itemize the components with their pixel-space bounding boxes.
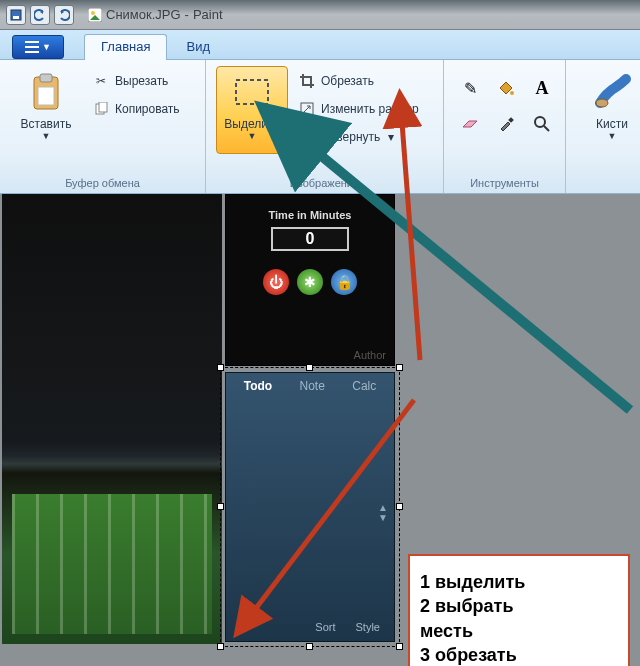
group-brushes: Кисти ▼ bbox=[566, 60, 636, 193]
zoom-tool[interactable] bbox=[526, 108, 558, 140]
svg-point-3 bbox=[91, 11, 95, 15]
undo-icon[interactable] bbox=[30, 5, 50, 25]
cut-button[interactable]: ✂ Вырезать bbox=[88, 68, 185, 94]
text-icon: A bbox=[536, 78, 549, 99]
selection-rect-icon bbox=[232, 71, 272, 115]
copy-button[interactable]: Копировать bbox=[88, 96, 185, 122]
svg-rect-12 bbox=[508, 117, 514, 123]
svg-rect-5 bbox=[40, 74, 52, 82]
svg-rect-9 bbox=[236, 80, 268, 104]
file-menu-button[interactable]: ▼ bbox=[12, 35, 64, 59]
group-clipboard: Вставить ▼ ✂ Вырезать Копировать Буфер о… bbox=[0, 60, 206, 193]
select-label: Выделить bbox=[224, 117, 279, 131]
rotate-button[interactable]: Повернуть ▾ bbox=[294, 124, 424, 150]
svg-rect-6 bbox=[38, 87, 54, 105]
save-icon[interactable] bbox=[6, 5, 26, 25]
magnifier-icon bbox=[534, 116, 550, 132]
group-label-image: Изображение bbox=[216, 177, 433, 189]
brushes-label: Кисти bbox=[596, 117, 628, 131]
group-tools: ✎ A Инструменты bbox=[444, 60, 566, 193]
clipboard-icon bbox=[26, 71, 66, 115]
ribbon: Вставить ▼ ✂ Вырезать Копировать Буфер о… bbox=[0, 60, 640, 194]
crop-label: Обрезать bbox=[321, 74, 374, 88]
gadget-notes: Todo Note Calc ▲▼ Sort Style bbox=[225, 372, 395, 642]
menu-icon bbox=[25, 41, 39, 53]
paint-app-icon bbox=[88, 8, 102, 22]
crop-button[interactable]: Обрезать bbox=[294, 68, 424, 94]
eraser-tool[interactable] bbox=[454, 108, 486, 140]
resize-handle[interactable] bbox=[306, 643, 313, 650]
resize-handle[interactable] bbox=[396, 364, 403, 371]
rotate-icon bbox=[299, 129, 315, 145]
canvas-area[interactable]: Time in Minutes 0 ⏻ ✱ 🔒 Author Todo Note… bbox=[0, 194, 640, 666]
eraser-icon bbox=[461, 117, 479, 131]
instruction-box: 1 выделить 2 выбрать месть 3 обрезать bbox=[408, 554, 630, 666]
svg-point-15 bbox=[596, 99, 608, 107]
rotate-label: Повернуть bbox=[321, 130, 380, 144]
group-label-clipboard: Буфер обмена bbox=[10, 177, 195, 189]
paste-label: Вставить bbox=[21, 117, 72, 131]
chevron-down-icon: ▼ bbox=[248, 131, 257, 141]
chevron-down-icon: ▼ bbox=[42, 131, 51, 141]
svg-rect-8 bbox=[99, 102, 107, 112]
power-icon: ⏻ bbox=[263, 269, 289, 295]
group-image: Выделить ▼ Обрезать Изменить размер Пове… bbox=[206, 60, 444, 193]
svg-line-14 bbox=[544, 126, 549, 131]
window-title: Снимок.JPG - Paint bbox=[88, 7, 223, 22]
eyedropper-icon bbox=[498, 116, 514, 132]
instruction-line-3: месть bbox=[420, 619, 618, 643]
notes-style: Style bbox=[356, 621, 380, 633]
chevron-down-icon: ▼ bbox=[608, 131, 617, 141]
image-detail bbox=[12, 494, 212, 634]
ribbon-tabstrip: ▼ Главная Вид bbox=[0, 30, 640, 60]
title-sep: - bbox=[185, 7, 189, 22]
crop-icon bbox=[299, 73, 315, 89]
chevron-down-icon: ▾ bbox=[388, 130, 394, 144]
timer-value: 0 bbox=[271, 227, 349, 251]
select-button[interactable]: Выделить ▼ bbox=[216, 66, 288, 154]
resize-handle[interactable] bbox=[396, 503, 403, 510]
resize-icon bbox=[299, 101, 315, 117]
fill-tool[interactable] bbox=[490, 72, 522, 104]
pencil-icon: ✎ bbox=[464, 79, 477, 98]
resize-label: Изменить размер bbox=[321, 102, 419, 116]
chevron-down-icon: ▼ bbox=[42, 42, 51, 52]
author-label: Author bbox=[354, 349, 386, 361]
title-app: Paint bbox=[193, 7, 223, 22]
notes-tab-note: Note bbox=[300, 379, 325, 393]
svg-point-11 bbox=[510, 91, 514, 95]
svg-rect-1 bbox=[13, 16, 19, 19]
picker-tool[interactable] bbox=[490, 108, 522, 140]
lock-icon: 🔒 bbox=[331, 269, 357, 295]
gadget-timer: Time in Minutes 0 ⏻ ✱ 🔒 Author bbox=[225, 194, 395, 366]
scissors-icon: ✂ bbox=[93, 73, 109, 89]
copy-label: Копировать bbox=[115, 102, 180, 116]
notes-tab-calc: Calc bbox=[352, 379, 376, 393]
brush-icon bbox=[592, 71, 632, 115]
notes-tab-todo: Todo bbox=[244, 379, 272, 393]
instruction-line-1: 1 выделить bbox=[420, 570, 618, 594]
brushes-button[interactable]: Кисти ▼ bbox=[576, 66, 640, 154]
copy-icon bbox=[93, 101, 109, 117]
tab-home[interactable]: Главная bbox=[84, 34, 167, 60]
cut-label: Вырезать bbox=[115, 74, 168, 88]
pencil-tool[interactable]: ✎ bbox=[454, 72, 486, 104]
image-content-photo bbox=[2, 194, 222, 644]
paste-button[interactable]: Вставить ▼ bbox=[10, 66, 82, 154]
text-tool[interactable]: A bbox=[526, 72, 558, 104]
group-label-tools: Инструменты bbox=[454, 177, 555, 189]
resize-handle[interactable] bbox=[217, 643, 224, 650]
tab-view[interactable]: Вид bbox=[169, 34, 227, 60]
redo-icon[interactable] bbox=[54, 5, 74, 25]
title-filename: Снимок.JPG bbox=[106, 7, 181, 22]
timer-label: Time in Minutes bbox=[269, 209, 352, 221]
star-icon: ✱ bbox=[297, 269, 323, 295]
resize-button[interactable]: Изменить размер bbox=[294, 96, 424, 122]
instruction-line-2: 2 выбрать bbox=[420, 594, 618, 618]
svg-point-13 bbox=[535, 117, 545, 127]
scroll-arrows-icon: ▲▼ bbox=[378, 503, 388, 523]
instruction-line-4: 3 обрезать bbox=[420, 643, 618, 666]
title-bar: Снимок.JPG - Paint bbox=[0, 0, 640, 30]
resize-handle[interactable] bbox=[396, 643, 403, 650]
notes-sort: Sort bbox=[315, 621, 335, 633]
